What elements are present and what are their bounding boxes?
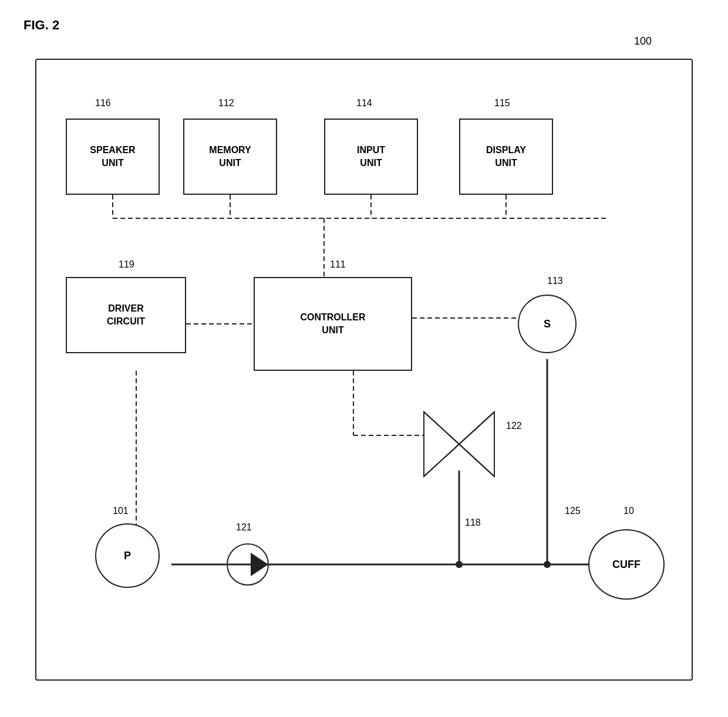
svg-marker-17 xyxy=(424,412,459,476)
ref-valve: 122 xyxy=(506,421,522,431)
svg-point-10 xyxy=(544,561,551,568)
ref-driver: 119 xyxy=(119,259,134,270)
ref-display: 115 xyxy=(494,98,510,109)
ref-check-valve: 121 xyxy=(236,522,252,533)
ref-input: 114 xyxy=(356,98,372,109)
sensor-circle: S xyxy=(518,295,577,353)
ref-pump: 101 xyxy=(113,506,129,516)
pump-circle: P xyxy=(95,523,160,588)
controller-unit-box: CONTROLLER UNIT xyxy=(254,277,412,371)
check-valve-symbol xyxy=(218,541,277,588)
speaker-unit-box: SPEAKER UNIT xyxy=(66,119,160,195)
valve-symbol xyxy=(418,406,500,482)
memory-unit-box: MEMORY UNIT xyxy=(183,119,277,195)
main-diagram-box: SPEAKER UNIT 116 MEMORY UNIT 112 INPUT U… xyxy=(35,59,693,681)
cuff-circle: CUFF xyxy=(588,529,665,600)
fig-label: FIG. 2 xyxy=(23,18,59,33)
driver-circuit-box: DRIVER CIRCUIT xyxy=(66,277,186,353)
ref-cuff-10: 10 xyxy=(623,506,634,516)
ref-speaker: 116 xyxy=(95,98,111,109)
svg-point-9 xyxy=(456,561,463,568)
ref-memory: 112 xyxy=(218,98,234,109)
ref-cuff-125: 125 xyxy=(565,506,581,516)
display-unit-box: DISPLAY UNIT xyxy=(459,119,553,195)
ref-100: 100 xyxy=(634,35,652,48)
ref-controller: 111 xyxy=(330,259,346,270)
svg-marker-18 xyxy=(459,412,494,476)
svg-marker-23 xyxy=(251,553,268,576)
ref-sensor: 113 xyxy=(547,276,563,286)
ref-pipe-118: 118 xyxy=(465,518,481,528)
input-unit-box: INPUT UNIT xyxy=(324,119,418,195)
